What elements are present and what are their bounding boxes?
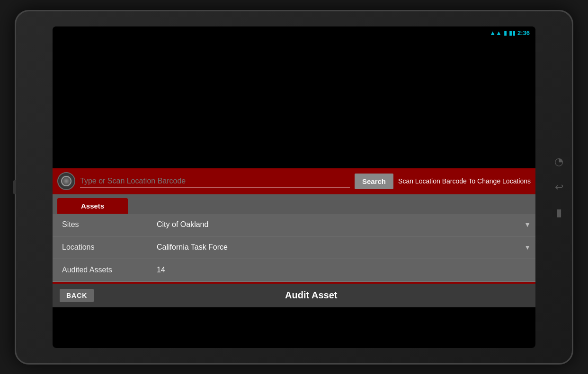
sites-dropdown-icon[interactable]: ▼ xyxy=(524,221,531,228)
camera-lens-icon xyxy=(61,176,71,186)
clock: 2:36 xyxy=(517,29,530,36)
app-content: Search Scan Location Barcode To Change L… xyxy=(53,168,535,348)
side-button-left xyxy=(13,180,16,194)
right-icon-middle: ↩ xyxy=(555,181,563,193)
footer: BACK Audit Asset xyxy=(53,284,535,307)
info-table: Sites City of Oakland ▼ Locations Califo… xyxy=(53,214,535,282)
sites-row: Sites City of Oakland ▼ xyxy=(53,214,535,236)
camera-button[interactable] xyxy=(57,172,75,190)
back-button[interactable]: BACK xyxy=(60,289,94,302)
search-button[interactable]: Search xyxy=(355,174,393,189)
audited-assets-label: Audited Assets xyxy=(62,266,157,274)
locations-row: Locations California Task Force ▼ xyxy=(53,236,535,259)
assets-section: Assets Sites City of Oakland ▼ Locations… xyxy=(53,194,535,284)
scan-hint: Scan Location Barcode To Change Location… xyxy=(398,177,531,185)
tablet-device: ◔ ↩ ▮ ▲▲ ▮ ▮▮ 2:36 xyxy=(15,10,573,365)
tabs-row: Assets xyxy=(53,194,535,214)
locations-value: California Task Force xyxy=(157,243,526,252)
wifi-icon: ▲▲ xyxy=(490,29,502,36)
sites-label: Sites xyxy=(62,220,157,229)
status-bar: ▲▲ ▮ ▮▮ 2:36 xyxy=(53,26,535,40)
signal-icon: ▮ xyxy=(504,29,507,36)
audited-assets-value: 14 xyxy=(157,266,526,274)
tab-assets[interactable]: Assets xyxy=(57,198,128,214)
location-barcode-input[interactable] xyxy=(80,175,350,188)
tablet-screen: ▲▲ ▮ ▮▮ 2:36 Search Scan Location Barcod… xyxy=(53,26,535,348)
locations-label: Locations xyxy=(62,243,157,252)
camera-preview xyxy=(53,26,535,173)
battery-icon: ▮▮ xyxy=(509,29,516,36)
status-icons: ▲▲ ▮ ▮▮ 2:36 xyxy=(490,29,530,36)
search-bar: Search Scan Location Barcode To Change L… xyxy=(53,168,535,194)
right-icon-bottom: ▮ xyxy=(556,207,562,219)
footer-title: Audit Asset xyxy=(94,290,528,301)
sites-value: City of Oakland xyxy=(157,220,526,229)
side-icons-right: ◔ ↩ ▮ xyxy=(554,156,563,219)
locations-dropdown-icon[interactable]: ▼ xyxy=(524,244,531,251)
right-icon-top: ◔ xyxy=(554,156,563,168)
search-input-wrap xyxy=(80,175,350,188)
audited-assets-row: Audited Assets 14 xyxy=(53,259,535,282)
